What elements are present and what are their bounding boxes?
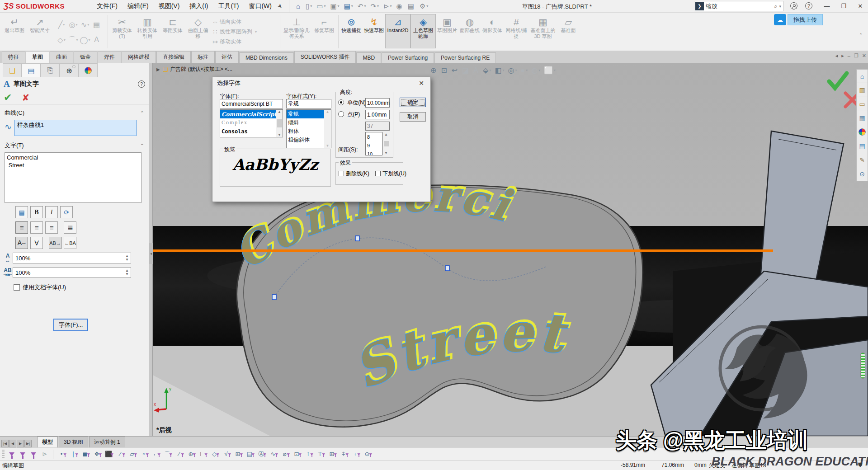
- points-radio-row[interactable]: 点(P): [338, 111, 360, 118]
- font-list-scrollbar[interactable]: ▲▼: [276, 110, 283, 137]
- heads-up-button[interactable]: ⬙ ▾: [482, 66, 492, 75]
- command-tab[interactable]: 网格建模: [122, 51, 156, 63]
- tab-configurations[interactable]: ⎘: [41, 63, 60, 77]
- sketch-entity-tool[interactable]: ▦: [91, 17, 103, 32]
- quick-tool-button[interactable]: ↶ ▾: [355, 0, 368, 12]
- heads-up-button[interactable]: ● ▾: [519, 66, 528, 75]
- strikeout-checkbox[interactable]: [339, 171, 344, 176]
- curve-above-button[interactable]: A⌣: [15, 237, 28, 249]
- spin-arrows-icon[interactable]: ▲▼: [123, 269, 131, 276]
- filter-up2-icon[interactable]: ⊤: [314, 449, 326, 460]
- grid-snap-button[interactable]: # 网格线/捕捉: [504, 14, 529, 48]
- help-button[interactable]: ?: [804, 1, 814, 11]
- choose-font-dialog[interactable]: 选择字体 ✕ 字体(F): CommercialScript BT Commer…: [212, 77, 431, 202]
- toolbar-grip[interactable]: [2, 450, 5, 459]
- link-to-property-button[interactable]: ▤: [15, 206, 28, 218]
- sketch-entity-tool[interactable]: ⌒ ▾: [67, 32, 79, 47]
- sketch-entity-tool[interactable]: ∿ ▾: [79, 17, 91, 32]
- pane-close-icon[interactable]: ✕: [862, 53, 866, 59]
- offset-entities-button[interactable]: ⊏ 等距实体: [160, 14, 185, 48]
- filter-up1-icon[interactable]: ⊺: [302, 449, 314, 460]
- dialog-titlebar[interactable]: 选择字体 ✕: [212, 77, 430, 89]
- quick-tool-button[interactable]: ⌂: [294, 0, 303, 12]
- convert-entities-button[interactable]: ▥ 转换实体引用: [135, 14, 160, 48]
- filter-clear-button[interactable]: [28, 452, 39, 456]
- inspection-icon[interactable]: ⊙: [856, 167, 868, 181]
- restore-button[interactable]: ❐: [839, 1, 849, 11]
- size-list-scrollbar[interactable]: ▲▼: [382, 132, 389, 155]
- flip-vertical-button[interactable]: ∀: [30, 237, 43, 249]
- pane-left-icon[interactable]: ◂: [835, 53, 838, 59]
- command-tab[interactable]: 草图: [26, 51, 49, 63]
- command-tab[interactable]: 特征: [2, 51, 25, 63]
- filter-welds-icon[interactable]: ◇: [208, 449, 220, 460]
- sketch-entity-tool[interactable]: ╱ ▾: [56, 17, 67, 32]
- file-explorer-icon[interactable]: ▭: [856, 97, 868, 111]
- splitter-collapse-icon[interactable]: ◂: [149, 243, 153, 264]
- filter-pin1-icon[interactable]: ⍏: [338, 449, 349, 460]
- tab-feature-tree[interactable]: ❏: [3, 63, 22, 77]
- search-input[interactable]: 缩放: [706, 2, 774, 10]
- tab-nav-button[interactable]: ▶|: [24, 440, 32, 447]
- command-tab[interactable]: 标注: [191, 51, 215, 63]
- use-document-font-row[interactable]: 使用文档字体(U): [14, 283, 149, 291]
- list-item[interactable]: 9: [366, 141, 382, 150]
- point-size-list[interactable]: 891011: [365, 132, 382, 155]
- filter-planes-icon[interactable]: ▱: [126, 449, 138, 460]
- quick-snaps-button[interactable]: ⊚ 快速捕捉: [340, 14, 363, 48]
- plane-button[interactable]: ▱ 基准面: [557, 14, 580, 48]
- linear-pattern-button[interactable]: ∷ 线性草图阵列 ▾: [211, 27, 278, 37]
- list-item[interactable]: 8: [366, 132, 382, 141]
- tab-appearances[interactable]: [79, 63, 98, 77]
- search-icon[interactable]: ⌕: [774, 3, 777, 10]
- heads-up-button[interactable]: ◧ ▾: [494, 66, 505, 75]
- underline-row[interactable]: 下划线(U): [375, 170, 406, 177]
- face-curves-button[interactable]: ◍ 面部曲线: [458, 14, 481, 48]
- menu-item[interactable]: 工具(T): [213, 0, 244, 12]
- filter-target-icon[interactable]: ⊙: [361, 449, 373, 460]
- point-height-field[interactable]: 1.00mm: [365, 110, 390, 119]
- tab-dimxpert[interactable]: ⊕: [60, 63, 79, 77]
- quick-tool-button[interactable]: ▯ ▾: [303, 0, 314, 12]
- filter-table-icon[interactable]: ⊞: [326, 449, 338, 460]
- heads-up-button[interactable]: A: [472, 66, 480, 75]
- command-tab[interactable]: 钣金: [74, 51, 97, 63]
- cancel-button[interactable]: 取消: [400, 112, 426, 122]
- list-item[interactable]: CommercialScript BT: [220, 110, 283, 118]
- filter-dimensions-icon[interactable]: ⊞: [232, 449, 244, 460]
- strikeout-row[interactable]: 删除线(K) 下划线(U): [339, 170, 406, 178]
- sketch-entity-tool[interactable]: ◯ ▾: [79, 32, 91, 47]
- unit-radio[interactable]: [338, 99, 344, 105]
- command-tab[interactable]: MBD Dimensions: [239, 52, 294, 63]
- tab-nav-button[interactable]: ◀: [9, 440, 16, 447]
- document-tab[interactable]: 运动算例 1: [89, 437, 125, 447]
- exit-sketch-button[interactable]: ↵ 退出草图: [2, 14, 27, 48]
- filter-vertices-icon[interactable]: •: [56, 449, 67, 460]
- text-group-header[interactable]: 文字(T)⌃: [0, 140, 149, 151]
- sketch-entity-tool[interactable]: ◎ ▾: [67, 17, 79, 32]
- command-tab[interactable]: 曲面: [50, 51, 73, 63]
- tab-nav-button[interactable]: |◀: [1, 440, 9, 447]
- align-center-button[interactable]: ≡: [30, 221, 43, 234]
- command-search-box[interactable]: ❯ 缩放 ⌕ ▾: [694, 1, 783, 11]
- font-style-input[interactable]: 常规: [286, 99, 331, 108]
- custom-properties-icon[interactable]: ▤: [856, 139, 868, 153]
- command-tab[interactable]: 评估: [215, 51, 239, 63]
- quick-tool-button[interactable]: ▤ ▾: [342, 0, 355, 12]
- menu-item[interactable]: 窗口(W): [244, 0, 277, 12]
- pin-icon[interactable]: ➤: [276, 2, 284, 10]
- smart-dimension-button[interactable]: ↗ 智能尺寸: [27, 14, 52, 48]
- pm-help-icon[interactable]: ?: [138, 80, 145, 88]
- filter-edges-icon[interactable]: ❘: [67, 449, 79, 460]
- filter-datums-icon[interactable]: Ⓐ: [255, 449, 267, 460]
- filter-annotations-icon[interactable]: ▤: [244, 449, 255, 460]
- heads-up-button[interactable]: ⊡: [440, 66, 448, 75]
- rotate-text-button[interactable]: ⟳: [60, 206, 73, 218]
- font-name-input[interactable]: CommercialScript BT: [220, 99, 283, 108]
- appearances-icon[interactable]: [856, 125, 868, 139]
- expand-triangle-icon[interactable]: ▶: [156, 67, 160, 72]
- cancel-x-icon[interactable]: ✘: [22, 92, 29, 103]
- close-button[interactable]: ✕: [855, 1, 865, 11]
- repair-sketch-button[interactable]: ⌐ 修复草图: [311, 14, 337, 48]
- bold-button[interactable]: B: [30, 206, 43, 218]
